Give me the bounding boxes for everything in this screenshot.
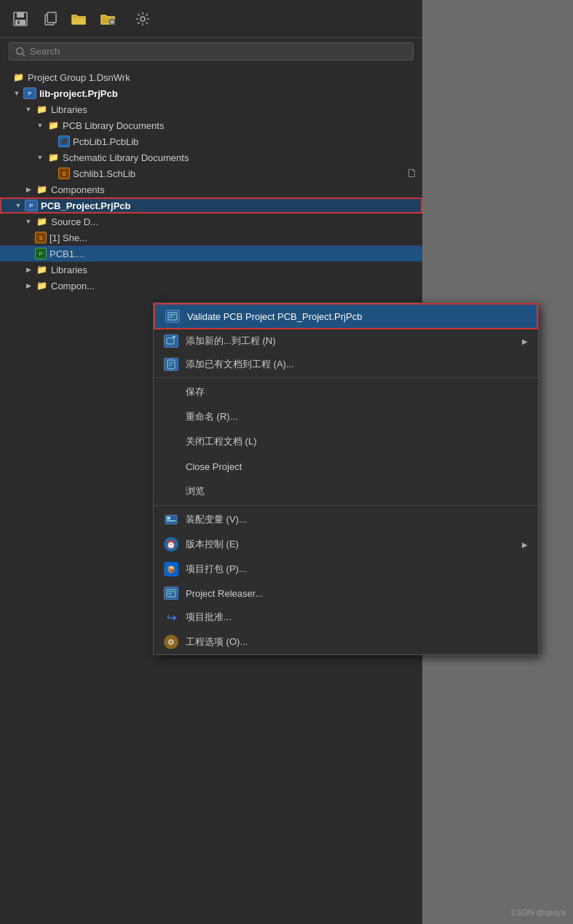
tree-item-label: Libraries bbox=[51, 265, 87, 275]
ctx-item-label: 保存 bbox=[186, 385, 205, 399]
doc-icon: 🗋 bbox=[406, 167, 418, 180]
tree-item-lib-project[interactable]: ▼ P lib-project.PrjPcb bbox=[0, 85, 422, 101]
svg-line-11 bbox=[23, 53, 25, 56]
ctx-item-label: 关闭工程文档 (L) bbox=[186, 435, 257, 448]
pcb-proj-icon: P bbox=[23, 87, 36, 99]
folder-icon: 📁 bbox=[47, 151, 60, 164]
tree-item-libraries-2[interactable]: ▶ 📁 Libraries bbox=[0, 262, 422, 278]
ctx-approve[interactable]: ↪ 项目批准... bbox=[154, 605, 538, 630]
tree-item-components-2[interactable]: ▶ 📁 Compon... bbox=[0, 278, 422, 294]
ctx-add-existing-icon bbox=[164, 358, 178, 371]
ctx-item-label: Validate PCB Project PCB_Project.PrjPcb bbox=[187, 311, 362, 322]
svg-point-8 bbox=[111, 20, 114, 23]
ctx-sep2 bbox=[154, 505, 538, 506]
context-menu: Validate PCB Project PCB_Project.PrjPcb … bbox=[153, 302, 539, 655]
copy-button[interactable] bbox=[38, 7, 61, 31]
submenu-arrow: ▶ bbox=[522, 337, 528, 345]
svg-rect-5 bbox=[47, 12, 56, 23]
svg-rect-21 bbox=[165, 515, 177, 524]
expand-arrow: ▶ bbox=[23, 184, 33, 195]
ctx-project-release[interactable]: Project Releaser... bbox=[154, 582, 538, 605]
ctx-project-options[interactable]: ⚙ 工程选项 (O)... bbox=[154, 630, 538, 654]
ctx-item-label: 重命名 (R)... bbox=[186, 410, 238, 423]
ctx-rename[interactable]: 重命名 (R)... bbox=[154, 404, 538, 429]
ctx-close-project[interactable]: Close Project bbox=[154, 454, 538, 479]
svg-rect-12 bbox=[168, 313, 177, 320]
tree-item-label: PcbLib1.PcbLib bbox=[73, 136, 138, 147]
ctx-add-icon bbox=[164, 334, 178, 348]
ctx-version-ctrl[interactable]: ⏰ 版本控制 (E) ▶ bbox=[154, 532, 538, 557]
tree-item-label: PCB1.... bbox=[50, 248, 84, 259]
search-input[interactable] bbox=[30, 46, 407, 57]
sch-lib-icon: S bbox=[35, 232, 47, 243]
open-folder-button[interactable] bbox=[67, 7, 90, 31]
tree-item-source-docs[interactable]: ▼ 📁 Source D... bbox=[0, 214, 422, 230]
svg-rect-15 bbox=[167, 338, 174, 344]
tree-item-sheet1[interactable]: S [1] She... bbox=[0, 230, 422, 246]
gear-button[interactable] bbox=[131, 7, 154, 31]
svg-point-10 bbox=[17, 47, 23, 54]
tree-item-proj-group[interactable]: 📁 Project Group 1.DsnWrk bbox=[0, 69, 422, 85]
tree-item-label: Source D... bbox=[51, 216, 98, 227]
ctx-close-doc[interactable]: 关闭工程文档 (L) bbox=[154, 429, 538, 454]
tree-item-label: Components bbox=[51, 184, 105, 195]
ctx-package[interactable]: 📦 项目打包 (P)... bbox=[154, 557, 538, 582]
tree-item-label: Schematic Library Documents bbox=[63, 152, 189, 163]
ctx-item-label: Project Releaser... bbox=[186, 588, 263, 599]
tree-item-pcb1[interactable]: P PCB1.... bbox=[0, 246, 422, 262]
ctx-empty-icon bbox=[164, 434, 178, 449]
folder-icon: 📁 bbox=[35, 263, 48, 276]
save-button[interactable] bbox=[9, 7, 32, 31]
ctx-empty-icon bbox=[164, 410, 178, 424]
expand-arrow: ▼ bbox=[35, 120, 45, 130]
ctx-browse[interactable]: 浏览 bbox=[154, 479, 538, 504]
ctx-assembly-icon bbox=[164, 512, 178, 527]
svg-rect-2 bbox=[15, 20, 25, 25]
tree-item-sch-lib-docs[interactable]: ▼ 📁 Schematic Library Documents bbox=[0, 149, 422, 165]
tree-item-label: [1] She... bbox=[50, 232, 87, 243]
ctx-empty-icon bbox=[164, 484, 178, 498]
ctx-gear-icon: ⚙ bbox=[164, 635, 178, 649]
ctx-item-label: Close Project bbox=[186, 461, 242, 472]
ctx-validate[interactable]: Validate PCB Project PCB_Project.PrjPcb bbox=[154, 303, 538, 329]
expand-arrow: ▼ bbox=[23, 216, 33, 227]
ctx-item-label: 项目打包 (P)... bbox=[186, 563, 247, 576]
ctx-add-new[interactable]: 添加新的...到工程 (N) ▶ bbox=[154, 329, 538, 353]
tree-item-label: PCB Library Documents bbox=[63, 120, 164, 131]
expand-arrow: ▼ bbox=[23, 104, 33, 114]
tree-item-label: lib-project.PrjPcb bbox=[39, 88, 118, 99]
lib-doc-icon: ⬛ bbox=[58, 136, 70, 147]
tree-item-pcb-lib-docs[interactable]: ▼ 📁 PCB Library Documents bbox=[0, 117, 422, 133]
svg-rect-18 bbox=[167, 360, 175, 369]
svg-rect-6 bbox=[72, 18, 85, 24]
tree-item-label: PCB_Project.PrjPcb bbox=[41, 200, 131, 211]
folder-icon: 📁 bbox=[35, 183, 48, 196]
ctx-release-icon bbox=[164, 587, 178, 600]
tree-item-pcb-project[interactable]: ▼ P PCB_Project.PrjPcb bbox=[0, 197, 422, 214]
ctx-save[interactable]: 保存 bbox=[154, 380, 538, 404]
search-input-wrap[interactable] bbox=[9, 42, 414, 60]
svg-rect-1 bbox=[17, 12, 24, 17]
tree-item-schlib1[interactable]: S Schlib1.SchLib 🗋 bbox=[0, 165, 422, 181]
watermark-text: CSDN @qsqya bbox=[511, 908, 566, 917]
folder-icon: 📁 bbox=[47, 119, 60, 132]
svg-rect-3 bbox=[17, 20, 20, 24]
folder-icon: 📁 bbox=[35, 103, 48, 116]
svg-point-9 bbox=[141, 17, 145, 21]
open-settings-button[interactable] bbox=[96, 7, 119, 31]
folder-icon: 📁 bbox=[35, 215, 48, 228]
ctx-version-icon: ⏰ bbox=[164, 537, 178, 552]
tree-item-label: Project Group 1.DsnWrk bbox=[28, 72, 130, 83]
watermark: CSDN @qsqya bbox=[511, 908, 566, 917]
expand-arrow: ▼ bbox=[12, 88, 22, 98]
tree-item-label: Libraries bbox=[51, 104, 87, 115]
tree-item-libraries-1[interactable]: ▼ 📁 Libraries bbox=[0, 101, 422, 117]
tree-item-components-1[interactable]: ▶ 📁 Components bbox=[0, 181, 422, 197]
search-icon bbox=[15, 47, 25, 57]
tree-item-pcblib1[interactable]: ⬛ PcbLib1.PcbLib bbox=[0, 133, 422, 149]
ctx-package-icon: 📦 bbox=[164, 562, 178, 576]
ctx-assembly-var[interactable]: 装配变量 (V)... bbox=[154, 507, 538, 532]
ctx-add-existing[interactable]: 添加已有文档到工程 (A)... bbox=[154, 353, 538, 376]
svg-rect-23 bbox=[167, 520, 175, 522]
search-bar bbox=[0, 38, 422, 65]
